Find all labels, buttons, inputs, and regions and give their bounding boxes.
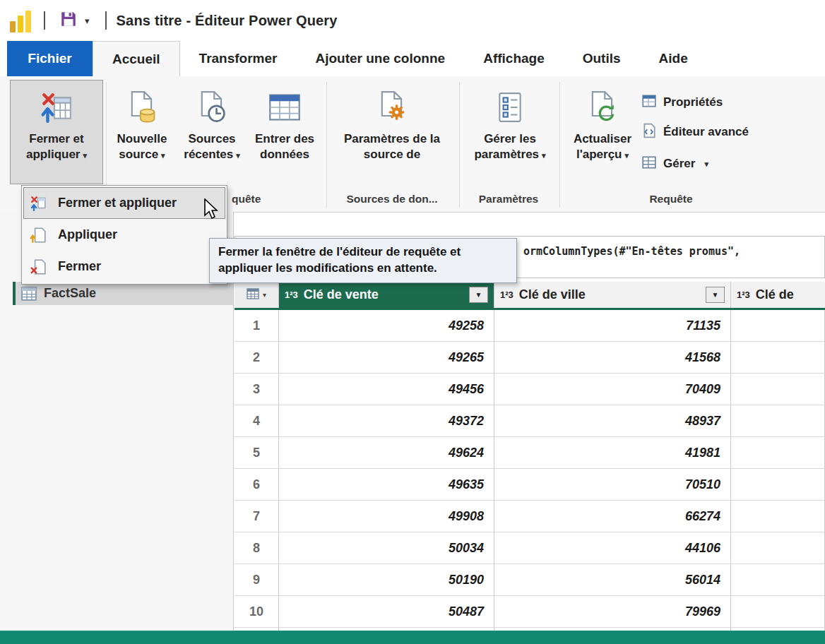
cell-cle-de-vente[interactable]: 49372 xyxy=(279,405,494,436)
cell-extra[interactable] xyxy=(731,564,825,595)
menu-item-label: Fermer et appliquer xyxy=(58,196,177,210)
table-corner-menu[interactable]: ▾ xyxy=(235,282,279,308)
cell-cle-de-ville[interactable]: 44106 xyxy=(494,532,731,564)
cell-extra[interactable] xyxy=(731,437,825,468)
menu-item-label: Fermer xyxy=(58,259,101,274)
cell-cle-de-ville[interactable]: 48937 xyxy=(494,405,731,436)
data-source-settings-label: Paramètres de la source de xyxy=(344,132,440,161)
table-row: 34945670409 xyxy=(235,374,825,405)
table-header-row: ▾ 1²3 Clé de vente ▼ 1²3 Clé de ville ▼ … xyxy=(235,282,825,310)
formula-text[interactable]: ormColumnTypes(#"En-têtes promus", xyxy=(523,245,740,258)
cell-cle-de-ville[interactable]: 70409 xyxy=(494,374,731,405)
row-number[interactable]: 3 xyxy=(235,374,279,405)
enter-data-label: Entrer des données xyxy=(255,132,314,161)
table-row: 105048779969 xyxy=(235,596,825,628)
dropdown-caret-icon: ▾ xyxy=(624,151,629,160)
cell-cle-de-ville[interactable]: 41568 xyxy=(494,342,731,373)
dropdown-caret-icon: ▾ xyxy=(83,151,87,160)
properties-icon xyxy=(641,93,657,112)
recent-sources-icon xyxy=(196,86,227,129)
tab-affichage[interactable]: Affichage xyxy=(464,41,564,76)
table-row: 14925871135 xyxy=(235,310,825,342)
close-and-apply-icon xyxy=(40,86,73,129)
group-label-data-sources: Sources de don... xyxy=(332,193,452,205)
cell-cle-de-ville[interactable]: 66274 xyxy=(494,501,731,532)
properties-button[interactable]: Propriétés xyxy=(641,92,723,113)
column-header-cle-de-ville[interactable]: 1²3 Clé de ville ▼ xyxy=(494,282,731,308)
tab-outils[interactable]: Outils xyxy=(564,41,640,76)
row-number[interactable]: 4 xyxy=(235,405,279,436)
row-number[interactable]: 1 xyxy=(235,310,279,341)
cell-cle-de-ville[interactable]: 70510 xyxy=(494,469,731,500)
row-number[interactable]: 9 xyxy=(235,564,279,595)
cell-cle-de-ville[interactable]: 56014 xyxy=(494,564,731,595)
save-icon[interactable] xyxy=(59,10,78,31)
table-row: 74990866274 xyxy=(235,501,825,532)
cell-cle-de-vente[interactable]: 50190 xyxy=(279,564,494,595)
advanced-editor-button[interactable]: Éditeur avancé xyxy=(641,121,749,143)
tab-fichier[interactable]: Fichier xyxy=(7,41,93,76)
cell-cle-de-vente[interactable]: 49456 xyxy=(279,374,494,405)
enter-data-button[interactable]: Entrer des données xyxy=(247,80,322,184)
table-row: 85003444106 xyxy=(235,532,825,564)
query-item-factsale[interactable]: FactSale xyxy=(13,282,233,305)
recent-sources-button[interactable]: Sources récentes▾ xyxy=(178,80,246,184)
refresh-preview-button[interactable]: Actualiser l'aperçu▾ xyxy=(565,80,640,184)
filter-dropdown-button[interactable]: ▼ xyxy=(469,287,488,303)
menu-item-close-and-apply[interactable]: Fermer et appliquer xyxy=(23,187,225,219)
tab-transformer[interactable]: Transformer xyxy=(180,41,297,76)
cell-cle-de-vente[interactable]: 49624 xyxy=(279,437,494,468)
column-label: Clé de ville xyxy=(519,287,586,302)
cell-extra[interactable] xyxy=(731,469,825,500)
separator xyxy=(44,11,45,30)
cell-cle-de-ville[interactable]: 79969 xyxy=(494,596,731,627)
close-and-apply-button[interactable]: Fermer et appliquer▾ xyxy=(10,80,103,184)
cell-cle-de-vente[interactable]: 49635 xyxy=(279,469,494,500)
cell-extra[interactable] xyxy=(731,501,825,532)
new-source-button[interactable]: Nouvelle source▾ xyxy=(109,80,175,184)
advanced-editor-icon xyxy=(641,123,657,142)
numeric-type-icon: 1²3 xyxy=(285,290,298,300)
close-icon xyxy=(30,258,47,275)
row-number[interactable]: 7 xyxy=(235,501,279,532)
manage-parameters-label: Gérer les paramètres xyxy=(474,132,539,161)
column-header-cle-de-vente[interactable]: 1²3 Clé de vente ▼ xyxy=(279,282,494,308)
cell-extra[interactable] xyxy=(731,532,825,564)
cell-extra[interactable] xyxy=(731,374,825,405)
cell-cle-de-vente[interactable]: 49908 xyxy=(279,501,494,532)
data-source-settings-button[interactable]: Paramètres de la source de xyxy=(333,80,451,184)
menu-item-apply[interactable]: Appliquer xyxy=(23,219,225,251)
tab-ajouter-une-colonne[interactable]: Ajouter une colonne xyxy=(296,41,464,76)
cell-cle-de-vente[interactable]: 49265 xyxy=(279,342,494,373)
manage-label: Gérer xyxy=(663,157,695,171)
cell-extra[interactable] xyxy=(731,310,825,341)
row-number[interactable]: 6 xyxy=(235,469,279,500)
row-number[interactable]: 10 xyxy=(235,596,279,627)
refresh-preview-icon xyxy=(587,86,618,129)
row-number[interactable]: 5 xyxy=(235,437,279,468)
manage-button[interactable]: Gérer ▾ xyxy=(641,153,708,174)
cell-extra[interactable] xyxy=(731,596,825,627)
filter-dropdown-button[interactable]: ▼ xyxy=(706,287,725,303)
cell-cle-de-vente[interactable]: 50034 xyxy=(279,532,494,564)
table-row: 64963570510 xyxy=(235,469,825,501)
quick-access-caret-icon[interactable]: ▾ xyxy=(85,16,90,26)
data-source-settings-icon xyxy=(376,86,408,129)
manage-parameters-button[interactable]: Gérer les paramètres▾ xyxy=(465,80,555,184)
cell-cle-de-vente[interactable]: 49258 xyxy=(279,310,494,341)
numeric-type-icon: 1²3 xyxy=(737,290,750,300)
status-bar xyxy=(0,631,825,644)
cell-extra[interactable] xyxy=(731,342,825,373)
tab-accueil[interactable]: Accueil xyxy=(93,41,180,77)
cell-cle-de-vente[interactable]: 50487 xyxy=(279,596,494,627)
row-number[interactable]: 8 xyxy=(235,532,279,564)
tab-aide[interactable]: Aide xyxy=(640,41,707,76)
chevron-down-icon: ▾ xyxy=(263,291,266,299)
cell-cle-de-ville[interactable]: 41981 xyxy=(494,437,731,468)
menu-item-close[interactable]: Fermer xyxy=(23,251,225,282)
column-label: Clé de vente xyxy=(304,287,379,302)
row-number[interactable]: 2 xyxy=(235,342,279,373)
cell-cle-de-ville[interactable]: 71135 xyxy=(494,310,731,341)
cell-extra[interactable] xyxy=(731,405,825,436)
column-header-partial[interactable]: 1²3 Clé de xyxy=(731,282,825,308)
